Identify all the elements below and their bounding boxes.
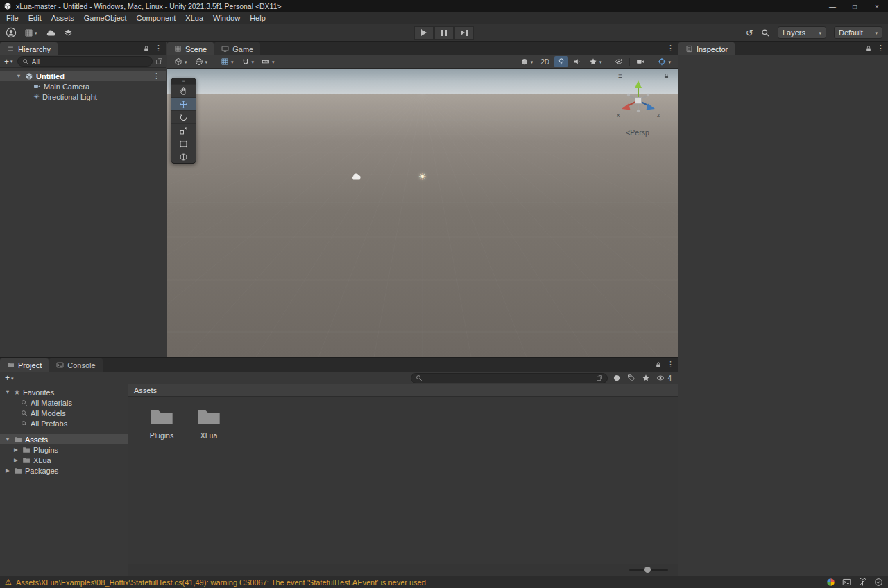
2d-toggle[interactable]: 2D [538, 56, 552, 67]
camera-settings-dropdown[interactable] [633, 56, 647, 67]
menu-window[interactable]: Window [208, 14, 245, 22]
menu-file[interactable]: File [1, 14, 24, 22]
gizmo-lock-icon[interactable] [663, 73, 669, 79]
layout-dropdown[interactable]: Default ▾ [834, 26, 882, 39]
scene-viewport[interactable]: ☀ ≡ ≡ [167, 69, 678, 357]
tree-row-favorites[interactable]: ▼ ★ Favorites [0, 387, 128, 397]
transform-tool-button[interactable] [171, 150, 196, 163]
menu-help[interactable]: Help [245, 14, 271, 22]
icon-size-slider[interactable] [629, 569, 668, 571]
tab-console[interactable]: Console [49, 358, 102, 372]
snap-increment-dropdown[interactable]: ▾ [259, 56, 278, 67]
grid-snap-toolbar-button[interactable]: ▾ [24, 28, 37, 37]
maximize-button[interactable]: □ [844, 0, 866, 12]
create-object-button[interactable]: +▾ [3, 57, 15, 67]
panel-menu-icon[interactable]: ⋮ [667, 361, 674, 368]
rotate-tool-button[interactable] [171, 110, 196, 123]
tree-row-packages[interactable]: ▶ Packages [0, 465, 128, 476]
foldout-open-icon[interactable]: ▼ [4, 436, 11, 442]
hierarchy-row-scene[interactable]: ▼ Untitled ⋮ [0, 71, 166, 81]
tree-row-assets[interactable]: ▼ Assets [0, 434, 128, 444]
layers-dropdown[interactable]: Layers ▾ [778, 26, 826, 39]
scene-lighting-toggle[interactable] [554, 56, 568, 67]
snap-settings-dropdown[interactable]: ▾ [239, 56, 257, 67]
panel-menu-icon[interactable]: ⋮ [667, 44, 674, 52]
hierarchy-search-input[interactable] [32, 58, 148, 66]
project-search[interactable] [411, 373, 608, 383]
grid-visibility-dropdown[interactable]: ▾ [218, 56, 237, 67]
tree-row-all-materials[interactable]: All Materials [0, 397, 128, 408]
scale-tool-button[interactable] [171, 123, 196, 137]
cloud-services-button[interactable] [45, 27, 56, 38]
tree-row-all-models[interactable]: All Models [0, 408, 128, 418]
hierarchy-row-main-camera[interactable]: Main Camera [0, 81, 166, 92]
effects-dropdown[interactable]: ▾ [586, 56, 605, 67]
scene-audio-toggle[interactable] [570, 56, 584, 67]
undo-history-button[interactable]: ↺ [746, 28, 753, 37]
search-by-type-icon[interactable] [613, 374, 621, 382]
tab-project[interactable]: Project [0, 358, 49, 372]
play-button[interactable] [414, 26, 434, 40]
save-search-star-icon[interactable] [642, 374, 650, 382]
search-by-label-icon[interactable] [627, 374, 635, 382]
palette-grip[interactable]: ≡ [171, 78, 196, 84]
pause-button[interactable] [434, 26, 454, 40]
search-everything-button[interactable] [761, 28, 770, 37]
panel-menu-icon[interactable]: ⋮ [155, 44, 162, 52]
tool-handle-position-dropdown[interactable]: ▾ [171, 56, 190, 67]
hand-tool-button[interactable] [171, 84, 196, 97]
tab-game[interactable]: Game [214, 42, 260, 55]
foldout-closed-icon[interactable]: ▶ [12, 457, 19, 463]
network-offline-icon[interactable] [858, 578, 867, 587]
rect-tool-button[interactable] [171, 137, 196, 150]
activity-pinwheel-icon[interactable] [826, 578, 835, 587]
panel-menu-icon[interactable]: ⋮ [877, 44, 885, 52]
hierarchy-row-directional-light[interactable]: ☀ Directional Light [0, 92, 166, 102]
foldout-open-icon[interactable]: ▼ [15, 73, 22, 79]
search-pick-icon[interactable] [155, 58, 163, 65]
close-button[interactable]: × [866, 0, 888, 12]
gizmos-dropdown[interactable]: ▾ [655, 56, 674, 67]
scene-visibility-toggle[interactable] [612, 56, 626, 67]
slider-thumb[interactable] [644, 567, 651, 573]
tree-row-all-prefabs[interactable]: All Prefabs [0, 418, 128, 429]
menu-xlua[interactable]: XLua [180, 14, 208, 22]
scene-grid [167, 69, 678, 357]
minimize-button[interactable]: — [821, 0, 844, 12]
scene-menu-icon[interactable]: ⋮ [153, 72, 166, 80]
step-button[interactable] [454, 26, 474, 40]
foldout-closed-icon[interactable]: ▶ [4, 467, 11, 474]
menu-component[interactable]: Component [131, 14, 180, 22]
project-search-input[interactable] [425, 374, 593, 382]
cache-server-status-icon[interactable] [874, 578, 883, 587]
hidden-packages-eye-icon[interactable] [656, 374, 665, 382]
tool-handle-rotation-dropdown[interactable]: ▾ [192, 56, 211, 67]
shading-mode-dropdown[interactable]: ▾ [518, 56, 536, 67]
menu-assets[interactable]: Assets [46, 14, 79, 22]
hierarchy-search[interactable] [17, 56, 153, 67]
tab-hierarchy[interactable]: Hierarchy [0, 42, 58, 55]
console-status-icon[interactable] [842, 578, 851, 587]
lock-icon[interactable] [865, 45, 872, 52]
account-button[interactable] [6, 27, 17, 38]
tree-row-xlua[interactable]: ▶ XLua [0, 455, 128, 465]
orientation-gizmo[interactable]: x z [614, 76, 663, 121]
asset-folder-xlua[interactable]: XLua [188, 406, 230, 440]
tree-row-plugins[interactable]: ▶ Plugins [0, 444, 128, 455]
menu-edit[interactable]: Edit [24, 14, 46, 22]
create-asset-button[interactable]: +▾ [3, 373, 15, 383]
caret-icon: ▾ [185, 60, 187, 64]
search-pick-icon[interactable] [596, 374, 603, 381]
foldout-closed-icon[interactable]: ▶ [12, 447, 19, 453]
lock-icon[interactable] [143, 45, 150, 52]
tab-scene[interactable]: Scene [167, 42, 214, 55]
version-control-button[interactable] [64, 28, 73, 37]
tab-inspector[interactable]: Inspector [678, 42, 735, 55]
perspective-label[interactable]: <Persp [615, 128, 660, 137]
foldout-open-icon[interactable]: ▼ [4, 389, 11, 395]
menu-gameobject[interactable]: GameObject [79, 14, 132, 22]
asset-folder-plugins[interactable]: Plugins [141, 406, 182, 440]
lock-icon[interactable] [655, 361, 662, 368]
status-message[interactable]: Assets\XLua\Examples\08_Hotfix\Statefull… [16, 578, 426, 587]
move-tool-button[interactable] [171, 97, 196, 110]
